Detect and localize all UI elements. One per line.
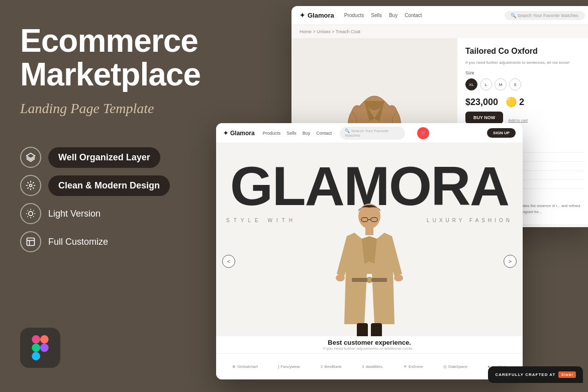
- carousel-prev-button[interactable]: <: [222, 255, 235, 268]
- feature-customize-label: Full Customize: [48, 237, 108, 247]
- svg-rect-16: [32, 352, 40, 360]
- back-navbar: ✦ Glamora Products Sells Buy Contact 🔍 S…: [291, 6, 588, 25]
- svg-point-24: [336, 274, 345, 281]
- figma-badge: [20, 328, 60, 368]
- feature-light-label: Light Version: [48, 209, 101, 219]
- feature-layers: Well Organized Layer: [20, 147, 201, 168]
- back-nav-items: Products Sells Buy Contact: [344, 13, 422, 18]
- best-customer-section: Best customer experience. If you need fu…: [216, 336, 523, 353]
- slab-brand: Slab!: [558, 371, 576, 378]
- subtitle: Landing Page Template: [20, 101, 201, 117]
- crafted-badge: CAREFULLY CRAFTED AT Slab!: [488, 366, 583, 383]
- best-customer-title: Best customer experience.: [216, 339, 523, 346]
- brand-slabspace: ◎SlabSpace: [443, 364, 468, 369]
- svg-line-10: [33, 211, 34, 211]
- brands-bar: ⊕Globalchart ∫Fancywear ΞBestBank 3dataB…: [216, 353, 523, 379]
- brand-bestbank: ΞBestBank: [320, 364, 341, 369]
- size-s[interactable]: S: [509, 78, 521, 90]
- hero-person-figure: [329, 204, 410, 349]
- main-title: Ecommerce Marketplace: [20, 24, 201, 91]
- feature-customize: Full Customize: [20, 231, 201, 252]
- brand-fancywear: ∫Fancywear: [278, 364, 300, 369]
- best-customer-subtitle: If you need further adjustments or addit…: [216, 346, 523, 351]
- layers-icon: [26, 152, 36, 162]
- feature-design-label: Clean & Modern Design: [48, 175, 170, 196]
- back-product-title: Tailored Co Oxford: [465, 46, 585, 56]
- brand-globalchart: ⊕Globalchart: [232, 364, 258, 369]
- front-hero: GLAMORA STYLE WITH LUXURY FASHION: [216, 143, 523, 379]
- brand-exdone: ✕ExDone: [404, 364, 423, 369]
- luxury-fashion-text: LUXURY FASHION: [427, 218, 513, 223]
- layers-icon-wrap: [20, 147, 41, 168]
- design-icon-wrap: [20, 175, 41, 196]
- size-xl[interactable]: XL: [465, 78, 477, 90]
- right-panel: ✦ Glamora Products Sells Buy Contact 🔍 S…: [221, 0, 588, 392]
- features-list: Well Organized Layer Clean & Modern Desi…: [20, 147, 201, 252]
- buy-now-button[interactable]: BUY NOW: [465, 112, 503, 124]
- svg-rect-11: [27, 238, 35, 246]
- back-product-desc: If you need further adjustments to sente…: [465, 60, 585, 65]
- figma-logo-icon: [31, 335, 50, 360]
- light-icon: [26, 209, 36, 219]
- svg-rect-13: [40, 335, 49, 344]
- back-brand: ✦ Glamora: [300, 12, 334, 19]
- feature-design: Clean & Modern Design: [20, 175, 201, 196]
- svg-line-6: [33, 217, 34, 217]
- size-m[interactable]: M: [495, 78, 507, 90]
- svg-rect-21: [365, 228, 373, 235]
- back-search: 🔍 Search Your Favorite Watches: [505, 11, 585, 20]
- front-brand: ✦ Glamora: [223, 130, 255, 137]
- design-icon: [26, 180, 36, 190]
- hero-landing-screenshot: ✦ Glamora Products Sells Buy Contact 🔍 S…: [216, 123, 523, 379]
- back-breadcrumb: Home > Unisex > Treach Coat: [291, 25, 588, 38]
- svg-line-5: [28, 211, 28, 211]
- carousel-next-button[interactable]: >: [504, 255, 517, 268]
- size-label: Size: [465, 70, 585, 75]
- size-options: XL L M S: [465, 78, 585, 90]
- front-nav-links: Products Sells Buy Contact: [263, 131, 332, 136]
- add-to-cart-link[interactable]: Add to cart: [508, 118, 528, 123]
- cart-icon[interactable]: 🛒: [417, 127, 429, 139]
- svg-rect-14: [32, 344, 40, 352]
- front-navbar: ✦ Glamora Products Sells Buy Contact 🔍 S…: [216, 123, 523, 143]
- product-price: $23,000 🟡 2: [465, 96, 585, 108]
- person-illustration: [329, 204, 410, 349]
- svg-rect-15: [40, 344, 49, 352]
- svg-rect-12: [32, 335, 40, 344]
- feature-light: Light Version: [20, 203, 201, 224]
- style-with-text: STYLE WITH: [226, 218, 297, 223]
- front-search: 🔍 Search Your Favorite Watches: [340, 127, 405, 140]
- customize-icon-wrap: [20, 231, 41, 252]
- customize-icon: [26, 237, 36, 247]
- feature-layers-label: Well Organized Layer: [48, 147, 160, 168]
- left-panel: Ecommerce Marketplace Landing Page Templ…: [0, 0, 221, 392]
- signup-button[interactable]: SIGN UP: [487, 128, 516, 138]
- svg-point-25: [394, 274, 403, 281]
- svg-point-2: [29, 212, 33, 216]
- svg-point-1: [30, 184, 32, 187]
- svg-line-9: [28, 217, 28, 217]
- svg-rect-23: [367, 277, 371, 283]
- light-icon-wrap: [20, 203, 41, 224]
- size-l[interactable]: L: [480, 78, 492, 90]
- brand-databites: 3dataBites.: [362, 364, 383, 369]
